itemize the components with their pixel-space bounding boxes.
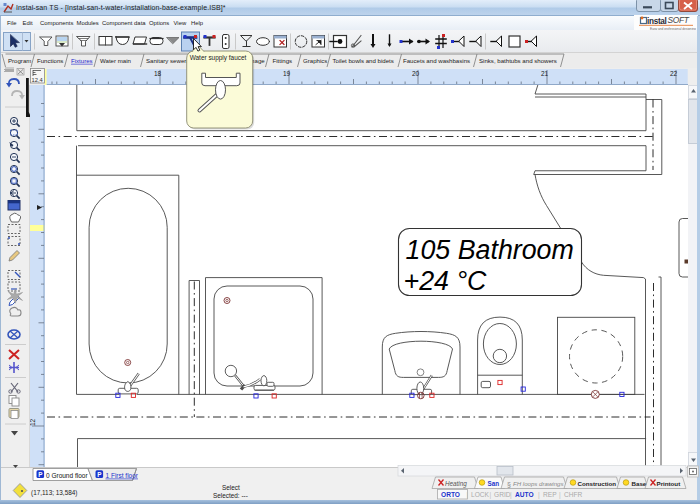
svg-text:P: P xyxy=(97,471,102,478)
svg-text:Selected: ---: Selected: --- xyxy=(213,492,248,499)
svg-text:|: | xyxy=(559,491,561,499)
svg-text:Fixtures: Fixtures xyxy=(71,57,93,64)
svg-text:Graphics: Graphics xyxy=(303,57,327,64)
svg-text:CHFR: CHFR xyxy=(564,491,583,498)
svg-text:|: | xyxy=(467,491,469,499)
svg-text:Select: Select xyxy=(222,484,240,491)
svg-text:LOCK: LOCK xyxy=(471,491,490,498)
svg-text:105 Bathroom: 105 Bathroom xyxy=(405,235,573,265)
svg-text:ORTO: ORTO xyxy=(441,491,460,498)
svg-text:San: San xyxy=(488,480,500,487)
svg-text:Water main: Water main xyxy=(100,57,131,64)
svg-text:REP: REP xyxy=(543,491,557,498)
svg-text:Fittings: Fittings xyxy=(273,57,293,64)
svg-text:1 First floor: 1 First floor xyxy=(106,472,139,479)
svg-text:SOFT: SOFT xyxy=(668,15,690,25)
svg-text:Base: Base xyxy=(632,480,647,487)
svg-text:Printout: Printout xyxy=(657,480,681,487)
svg-text:Program: Program xyxy=(8,57,31,64)
svg-text:Functions: Functions xyxy=(37,57,63,64)
svg-text:|: | xyxy=(538,491,540,499)
svg-text:instal: instal xyxy=(647,17,667,26)
svg-text:Construction: Construction xyxy=(578,480,617,487)
svg-text:21: 21 xyxy=(541,70,549,77)
svg-text:|: | xyxy=(490,491,492,499)
svg-text:12: 12 xyxy=(30,418,36,426)
svg-text:12,4: 12,4 xyxy=(32,77,44,83)
svg-text:Faucets and washbasins: Faucets and washbasins xyxy=(403,57,470,64)
svg-text:18: 18 xyxy=(154,70,162,77)
svg-text:AUTO: AUTO xyxy=(515,491,534,498)
svg-text:19: 19 xyxy=(283,70,291,77)
svg-text:FH loops drawings: FH loops drawings xyxy=(513,480,563,487)
svg-text:§: § xyxy=(507,481,511,488)
svg-text:|: | xyxy=(510,491,512,499)
svg-text:Water supply faucet: Water supply faucet xyxy=(190,54,247,62)
svg-text:Sinks, bathtubs and showers: Sinks, bathtubs and showers xyxy=(479,57,557,64)
svg-text:Toilet bowls and bidets: Toilet bowls and bidets xyxy=(333,57,394,64)
svg-text:Heating: Heating xyxy=(445,480,467,488)
svg-text:20: 20 xyxy=(412,70,420,77)
svg-text:22: 22 xyxy=(670,70,678,77)
svg-text:0 Ground floor: 0 Ground floor xyxy=(46,472,88,479)
svg-text:+24 °C: +24 °C xyxy=(403,266,487,296)
svg-text:(17,113; 13,584): (17,113; 13,584) xyxy=(31,489,77,497)
svg-text:GRID: GRID xyxy=(494,491,511,498)
svg-text:P: P xyxy=(38,471,43,478)
